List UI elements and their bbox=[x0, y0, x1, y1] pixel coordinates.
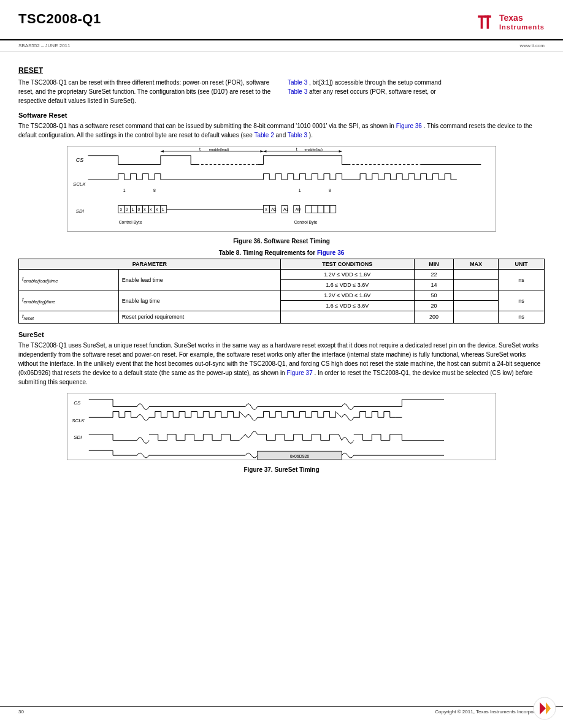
reset-text-left: The TSC2008-Q1 can be reset with three d… bbox=[18, 79, 270, 104]
svg-rect-55 bbox=[324, 206, 330, 213]
svg-text:0x06D926: 0x06D926 bbox=[290, 454, 309, 458]
svg-text:SDI: SDI bbox=[74, 434, 82, 439]
table3-link-1[interactable]: Table 3 bbox=[288, 79, 307, 86]
software-reset-heading: Software Reset bbox=[18, 112, 545, 119]
svg-text:x: x bbox=[120, 207, 123, 211]
svg-text:t: t bbox=[296, 147, 297, 151]
ti-corner-logo bbox=[532, 696, 557, 722]
max-lag-2 bbox=[454, 301, 499, 311]
sureset-para: The TSC2008-Q1 uses SureSet, a unique re… bbox=[18, 341, 545, 387]
svg-text:SCLK: SCLK bbox=[72, 418, 85, 423]
ti-instruments: Instruments bbox=[499, 23, 545, 31]
svg-rect-52 bbox=[305, 206, 312, 213]
min-lag-2: 20 bbox=[414, 301, 453, 311]
svg-rect-54 bbox=[318, 206, 324, 213]
svg-text:enable(lead): enable(lead) bbox=[209, 148, 229, 151]
figure-36-caption: Figure 36. Software Reset Timing bbox=[18, 238, 545, 245]
svg-text:1: 1 bbox=[299, 188, 301, 192]
max-reset bbox=[454, 311, 499, 324]
svg-text:Control Byte: Control Byte bbox=[294, 220, 318, 225]
table2-link[interactable]: Table 2 bbox=[255, 132, 274, 138]
table3-link-3[interactable]: Table 3 bbox=[288, 132, 307, 138]
param-reset-name: Reset period requirement bbox=[118, 311, 280, 324]
max-lag-1 bbox=[454, 290, 499, 301]
unit-lead: ns bbox=[498, 270, 544, 290]
svg-rect-0 bbox=[473, 11, 496, 33]
table-header-min: MIN bbox=[414, 259, 453, 270]
reset-right-text-2: after any reset occurs (POR, software re… bbox=[307, 88, 436, 95]
table-header-max: MAX bbox=[454, 259, 499, 270]
ti-logo-icon bbox=[473, 11, 496, 33]
svg-text:SDI: SDI bbox=[76, 208, 85, 214]
sureset-heading: SureSet bbox=[18, 331, 545, 338]
param-lag-name: Enable lag time bbox=[118, 290, 280, 311]
svg-text:8: 8 bbox=[329, 188, 331, 192]
website: www.ti.com bbox=[520, 43, 545, 48]
figure37-link[interactable]: Figure 37 bbox=[286, 370, 312, 376]
min-reset: 200 bbox=[414, 311, 453, 324]
sub-header: SBAS552 – JUNE 2011 www.ti.com bbox=[0, 40, 563, 51]
reset-para: The TSC2008-Q1 can be reset with three d… bbox=[18, 78, 545, 105]
svg-text:CS: CS bbox=[76, 157, 83, 163]
param-reset-label: treset bbox=[19, 311, 119, 324]
unit-lag: ns bbox=[498, 290, 544, 311]
table-header-conditions: TEST CONDITIONS bbox=[280, 259, 414, 270]
svg-text:x: x bbox=[156, 207, 158, 211]
param-lead-label: tenable(lead)time bbox=[19, 270, 119, 290]
svg-text:A2: A2 bbox=[271, 207, 277, 211]
copyright-text: Copyright © 2011, Texas Instruments Inco… bbox=[435, 709, 545, 715]
page-number: 30 bbox=[18, 709, 24, 715]
doc-id: SBAS552 – JUNE 2011 bbox=[18, 43, 71, 48]
table-row: tenable(lead)time Enable lead time 1.2V … bbox=[19, 270, 545, 280]
param-lag-label: tenable(lag)time bbox=[19, 290, 119, 311]
timing-svg-36: CS t enable(lead) t enable(lag) bbox=[67, 146, 496, 231]
min-lead-2: 14 bbox=[414, 280, 453, 290]
svg-text:enable(lag): enable(lag) bbox=[304, 148, 323, 151]
ti-corner-svg bbox=[532, 696, 557, 721]
max-lead-1 bbox=[454, 270, 499, 280]
svg-marker-15 bbox=[339, 150, 342, 153]
svg-text:A1: A1 bbox=[283, 207, 289, 211]
svg-text:0: 0 bbox=[126, 207, 128, 211]
cond-lag-2: 1.6 ≤ VDD ≤ 3.6V bbox=[280, 301, 414, 311]
max-lead-2 bbox=[454, 280, 499, 290]
page-container: TSC2008-Q1 Texas Instruments SBAS552 – J… bbox=[0, 0, 563, 728]
svg-text:1: 1 bbox=[162, 207, 164, 211]
figure36-link-1[interactable]: Figure 36 bbox=[396, 123, 422, 129]
svg-text:CS: CS bbox=[74, 400, 81, 405]
svg-text:t: t bbox=[199, 147, 201, 151]
page-footer: 30 Copyright © 2011, Texas Instruments I… bbox=[0, 706, 563, 717]
cond-lead-2: 1.6 ≤ VDD ≤ 3.6V bbox=[280, 280, 414, 290]
svg-rect-56 bbox=[330, 206, 336, 213]
min-lag-1: 50 bbox=[414, 290, 453, 301]
page-header: TSC2008-Q1 Texas Instruments bbox=[0, 0, 563, 40]
cond-lead-1: 1.2V ≤ VDD ≤ 1.6V bbox=[280, 270, 414, 280]
cond-lag-1: 1.2V ≤ VDD ≤ 1.6V bbox=[280, 290, 414, 301]
svg-text:A0: A0 bbox=[296, 207, 301, 211]
ti-texas: Texas bbox=[499, 13, 545, 23]
table-header-param: PARAMETER bbox=[19, 259, 281, 270]
main-content: RESET The TSC2008-Q1 can be reset with t… bbox=[0, 56, 563, 490]
svg-rect-3 bbox=[484, 15, 491, 18]
svg-text:1: 1 bbox=[123, 188, 126, 192]
svg-text:Control Byte: Control Byte bbox=[119, 220, 142, 225]
ti-logo: Texas Instruments bbox=[473, 11, 545, 33]
svg-marker-10 bbox=[261, 150, 264, 153]
svg-text:SCLK: SCLK bbox=[73, 181, 86, 187]
table3-link-2[interactable]: Table 3 bbox=[288, 88, 307, 95]
sr-text-1: The TSC2008-Q1 has a software reset comm… bbox=[18, 123, 396, 129]
svg-text:0: 0 bbox=[137, 207, 140, 211]
table8-figure36-link[interactable]: Figure 36 bbox=[317, 249, 344, 256]
reset-para-left: The TSC2008-Q1 can be reset with three d… bbox=[18, 78, 275, 105]
reset-para-right: Table 3 , bit[3:1]) accessible through t… bbox=[288, 78, 545, 105]
sr-and: and bbox=[274, 132, 288, 138]
svg-marker-9 bbox=[161, 150, 164, 153]
svg-text:x: x bbox=[265, 207, 267, 211]
sr-close: ). bbox=[307, 132, 313, 138]
table-8-caption: Table 8. Timing Requirements for Figure … bbox=[18, 249, 545, 256]
reset-heading: RESET bbox=[18, 66, 545, 75]
unit-reset: ns bbox=[498, 311, 544, 324]
page-title: TSC2008-Q1 bbox=[18, 11, 101, 27]
software-reset-para: The TSC2008-Q1 has a software reset comm… bbox=[18, 121, 545, 140]
svg-text:8: 8 bbox=[153, 188, 156, 192]
